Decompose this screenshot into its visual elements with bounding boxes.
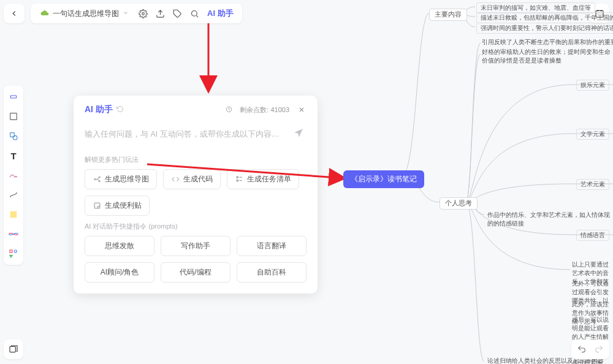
mm-node-personal[interactable]: 个人思考	[440, 197, 478, 210]
svg-point-20	[94, 178, 95, 180]
points-label: 剩余点数:	[240, 106, 268, 113]
refresh-icon[interactable]	[116, 105, 124, 115]
mm-leaf[interactable]: 强调时间的重要性，警示人们要时刻记得神的话语	[476, 23, 613, 34]
mindmap-root[interactable]: 《启示录》读书笔记	[343, 170, 424, 188]
doc-title[interactable]: 一句话生成思维导图	[36, 4, 134, 23]
code-icon	[171, 175, 180, 184]
mm-side-node[interactable]: 文学元素	[576, 129, 609, 140]
tool-text[interactable]: T	[6, 148, 21, 163]
tag-icon[interactable]	[169, 6, 185, 21]
hot-section-label: 解锁更多热门玩法	[85, 155, 306, 164]
mm-side-node[interactable]: 艺术元素	[576, 179, 609, 190]
prompt-translate[interactable]: 语言翻译	[237, 236, 306, 256]
svg-line-4	[196, 15, 198, 17]
svg-point-15	[14, 250, 17, 252]
svg-rect-13	[10, 211, 17, 218]
svg-rect-16	[10, 346, 15, 352]
mm-leaf[interactable]: 描述末日救赎，包括耶稣的再临降临，千年王国的到来等	[476, 12, 613, 23]
send-button[interactable]	[293, 127, 306, 141]
prompts-section-label: AI 对话助手快捷指令 (prompts)	[85, 222, 306, 231]
prompt-diverge[interactable]: 思维发散	[85, 236, 154, 256]
tool-shape[interactable]	[6, 129, 21, 143]
prompt-role[interactable]: AI顾问/角色	[85, 262, 154, 282]
chip-label: 思维发散	[105, 241, 134, 251]
tool-connector[interactable]	[6, 188, 21, 202]
svg-rect-9	[10, 96, 16, 98]
history-bar	[571, 339, 609, 359]
ai-input[interactable]	[85, 130, 288, 138]
chip-label: 代码/编程	[180, 267, 211, 278]
prompt-encyclo[interactable]: 自助百科	[237, 262, 306, 282]
chip-gen-tasks[interactable]: 生成任务清单	[227, 169, 299, 189]
chip-label: 生成任务清单	[247, 174, 291, 184]
svg-point-0	[142, 12, 144, 15]
chip-label: 生成代码	[183, 174, 213, 184]
chip-label: AI顾问/角色	[101, 267, 139, 278]
svg-point-22	[99, 181, 100, 182]
redo-button[interactable]	[591, 342, 607, 357]
mm-leaf[interactable]: 好格的审核助人的生日的救来；提时间变和生命价值的珍惜是否是是读者操整	[482, 48, 611, 65]
mm-side-node[interactable]: 情感语言	[576, 230, 609, 241]
tool-frame[interactable]	[6, 109, 21, 124]
ai-tab[interactable]: AI 助手	[204, 8, 237, 19]
mm-node-main[interactable]: 主要内容	[429, 9, 467, 21]
mm-leaf[interactable]: 引用反映了人类不断生态平衡的后果和协作的重要性	[482, 38, 613, 47]
svg-point-12	[13, 135, 17, 140]
clock-icon	[226, 106, 232, 114]
back-button[interactable]	[6, 6, 22, 21]
search-icon[interactable]	[186, 6, 202, 21]
svg-point-3	[191, 10, 197, 16]
export-icon[interactable]	[152, 6, 168, 21]
svg-rect-10	[10, 113, 17, 120]
tool-mindmap[interactable]	[6, 227, 21, 241]
chip-gen-mindmap[interactable]: 生成思维导图	[85, 169, 157, 189]
ai-panel-title: AI 助手	[85, 104, 113, 115]
tool-select[interactable]	[6, 89, 21, 104]
svg-rect-25	[237, 180, 238, 181]
chevron-down-icon	[123, 9, 129, 18]
mm-side-node[interactable]: 娱乐元素	[576, 80, 609, 91]
svg-rect-23	[237, 176, 238, 178]
prompt-coding[interactable]: 代码/编程	[161, 262, 230, 282]
svg-point-21	[99, 176, 100, 178]
cloud-icon	[40, 9, 49, 19]
close-icon[interactable]	[297, 105, 306, 115]
tool-sticky[interactable]	[6, 207, 21, 222]
layers-button[interactable]	[4, 339, 23, 359]
chip-label: 生成便利贴	[105, 200, 142, 211]
note-icon	[93, 202, 101, 210]
svg-rect-14	[10, 250, 12, 252]
chip-label: 写作助手	[181, 241, 210, 251]
doc-title-text: 一句话生成思维导图	[53, 9, 119, 19]
chip-gen-note[interactable]: 生成便利贴	[85, 195, 150, 216]
settings-icon[interactable]	[135, 6, 151, 21]
chip-label: 生成思维导图	[105, 174, 149, 184]
prompt-writing[interactable]: 写作助手	[161, 236, 230, 256]
points-value: 41003	[270, 106, 289, 113]
mindmap-icon	[93, 175, 101, 184]
chip-gen-code[interactable]: 生成代码	[163, 169, 221, 189]
tool-pen[interactable]	[6, 168, 21, 183]
chip-label: 语言翻译	[257, 241, 286, 251]
tool-sidebar: T	[4, 86, 23, 265]
annotation-arrow-down	[196, 20, 221, 94]
svg-rect-27	[94, 203, 100, 208]
chip-label: 自助百科	[257, 267, 286, 278]
tasks-icon	[235, 175, 243, 184]
mm-leaf[interactable]: 作品中的情乐、文学和艺术元素，如人情体现的的情感链接	[487, 211, 610, 228]
ai-assistant-panel: AI 助手 剩余点数: 41003 解锁更多热门玩法 生成思	[74, 96, 318, 294]
undo-button[interactable]	[574, 342, 590, 357]
tool-more[interactable]	[6, 246, 21, 261]
